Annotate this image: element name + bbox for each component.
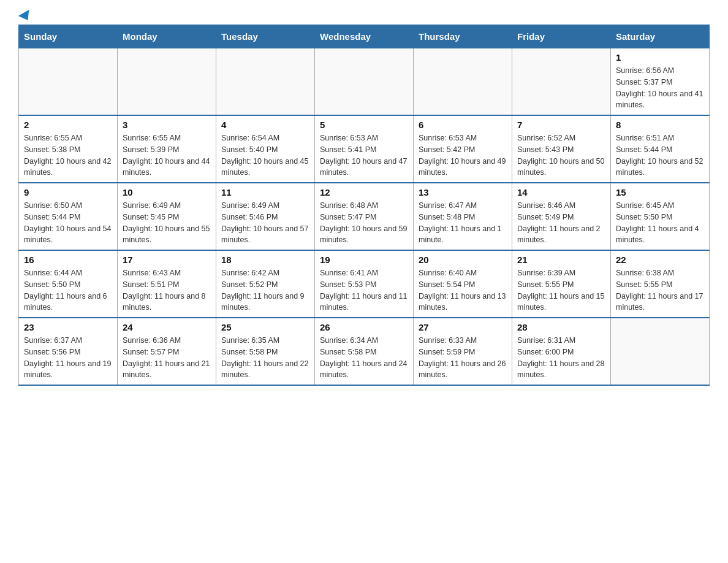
calendar-cell <box>315 48 414 116</box>
day-info: Sunrise: 6:31 AM Sunset: 6:00 PM Dayligh… <box>517 335 605 381</box>
calendar-cell <box>118 48 216 116</box>
day-number: 24 <box>123 322 211 332</box>
calendar-week-1: 2Sunrise: 6:55 AM Sunset: 5:38 PM Daylig… <box>19 115 710 183</box>
calendar-cell <box>611 318 710 385</box>
calendar-cell: 2Sunrise: 6:55 AM Sunset: 5:38 PM Daylig… <box>19 115 118 183</box>
calendar-week-0: 1Sunrise: 6:56 AM Sunset: 5:37 PM Daylig… <box>19 48 710 116</box>
header-wednesday: Wednesday <box>315 25 414 48</box>
calendar-cell: 20Sunrise: 6:40 AM Sunset: 5:54 PM Dayli… <box>414 250 512 318</box>
calendar-cell: 21Sunrise: 6:39 AM Sunset: 5:55 PM Dayli… <box>512 250 611 318</box>
calendar-cell: 8Sunrise: 6:51 AM Sunset: 5:44 PM Daylig… <box>611 115 710 183</box>
calendar-cell: 1Sunrise: 6:56 AM Sunset: 5:37 PM Daylig… <box>611 48 710 116</box>
day-number: 4 <box>221 120 309 130</box>
day-number: 6 <box>419 120 507 130</box>
calendar-cell <box>19 48 118 116</box>
day-number: 27 <box>419 322 507 332</box>
calendar-cell <box>414 48 512 116</box>
day-info: Sunrise: 6:36 AM Sunset: 5:57 PM Dayligh… <box>123 335 211 381</box>
day-number: 19 <box>320 255 408 265</box>
day-info: Sunrise: 6:53 AM Sunset: 5:42 PM Dayligh… <box>419 132 507 178</box>
day-info: Sunrise: 6:39 AM Sunset: 5:55 PM Dayligh… <box>517 267 605 313</box>
header-thursday: Thursday <box>414 25 512 48</box>
day-number: 8 <box>616 120 704 130</box>
day-info: Sunrise: 6:56 AM Sunset: 5:37 PM Dayligh… <box>616 65 704 111</box>
calendar-cell: 18Sunrise: 6:42 AM Sunset: 5:52 PM Dayli… <box>216 250 315 318</box>
calendar-cell: 22Sunrise: 6:38 AM Sunset: 5:55 PM Dayli… <box>611 250 710 318</box>
calendar-cell: 25Sunrise: 6:35 AM Sunset: 5:58 PM Dayli… <box>216 318 315 385</box>
calendar-cell: 26Sunrise: 6:34 AM Sunset: 5:58 PM Dayli… <box>315 318 414 385</box>
day-number: 17 <box>123 255 211 265</box>
day-number: 12 <box>320 187 408 197</box>
header-friday: Friday <box>512 25 611 48</box>
day-info: Sunrise: 6:49 AM Sunset: 5:46 PM Dayligh… <box>221 200 309 246</box>
calendar-cell: 13Sunrise: 6:47 AM Sunset: 5:48 PM Dayli… <box>414 183 512 250</box>
day-info: Sunrise: 6:42 AM Sunset: 5:52 PM Dayligh… <box>221 267 309 313</box>
calendar-week-4: 23Sunrise: 6:37 AM Sunset: 5:56 PM Dayli… <box>19 318 710 385</box>
day-info: Sunrise: 6:49 AM Sunset: 5:45 PM Dayligh… <box>123 200 211 246</box>
day-number: 18 <box>221 255 309 265</box>
calendar-week-2: 9Sunrise: 6:50 AM Sunset: 5:44 PM Daylig… <box>19 183 710 250</box>
day-info: Sunrise: 6:40 AM Sunset: 5:54 PM Dayligh… <box>419 267 507 313</box>
day-number: 15 <box>616 187 704 197</box>
day-info: Sunrise: 6:46 AM Sunset: 5:49 PM Dayligh… <box>517 200 605 246</box>
calendar-cell: 14Sunrise: 6:46 AM Sunset: 5:49 PM Dayli… <box>512 183 611 250</box>
logo <box>18 12 32 18</box>
calendar-cell: 23Sunrise: 6:37 AM Sunset: 5:56 PM Dayli… <box>19 318 118 385</box>
calendar-cell: 28Sunrise: 6:31 AM Sunset: 6:00 PM Dayli… <box>512 318 611 385</box>
calendar-cell: 27Sunrise: 6:33 AM Sunset: 5:59 PM Dayli… <box>414 318 512 385</box>
day-number: 25 <box>221 322 309 332</box>
calendar-table: SundayMondayTuesdayWednesdayThursdayFrid… <box>18 25 710 386</box>
day-info: Sunrise: 6:47 AM Sunset: 5:48 PM Dayligh… <box>419 200 507 246</box>
day-info: Sunrise: 6:53 AM Sunset: 5:41 PM Dayligh… <box>320 132 408 178</box>
day-number: 3 <box>123 120 211 130</box>
day-number: 5 <box>320 120 408 130</box>
calendar-cell: 11Sunrise: 6:49 AM Sunset: 5:46 PM Dayli… <box>216 183 315 250</box>
page-header <box>18 12 710 18</box>
calendar-cell <box>216 48 315 116</box>
calendar-cell: 6Sunrise: 6:53 AM Sunset: 5:42 PM Daylig… <box>414 115 512 183</box>
day-info: Sunrise: 6:55 AM Sunset: 5:39 PM Dayligh… <box>123 132 211 178</box>
day-number: 2 <box>24 120 112 130</box>
day-number: 13 <box>419 187 507 197</box>
day-number: 23 <box>24 322 112 332</box>
day-info: Sunrise: 6:55 AM Sunset: 5:38 PM Dayligh… <box>24 132 112 178</box>
day-number: 7 <box>517 120 605 130</box>
day-info: Sunrise: 6:50 AM Sunset: 5:44 PM Dayligh… <box>24 200 112 246</box>
header-tuesday: Tuesday <box>216 25 315 48</box>
day-number: 9 <box>24 187 112 197</box>
calendar-header: SundayMondayTuesdayWednesdayThursdayFrid… <box>19 25 710 48</box>
logo-arrow-icon <box>18 10 33 23</box>
calendar-cell: 4Sunrise: 6:54 AM Sunset: 5:40 PM Daylig… <box>216 115 315 183</box>
calendar-header-row: SundayMondayTuesdayWednesdayThursdayFrid… <box>19 25 710 48</box>
day-info: Sunrise: 6:43 AM Sunset: 5:51 PM Dayligh… <box>123 267 211 313</box>
day-number: 1 <box>616 52 704 63</box>
calendar-cell: 9Sunrise: 6:50 AM Sunset: 5:44 PM Daylig… <box>19 183 118 250</box>
day-number: 21 <box>517 255 605 265</box>
header-saturday: Saturday <box>611 25 710 48</box>
day-number: 14 <box>517 187 605 197</box>
day-number: 28 <box>517 322 605 332</box>
day-info: Sunrise: 6:54 AM Sunset: 5:40 PM Dayligh… <box>221 132 309 178</box>
day-number: 11 <box>221 187 309 197</box>
calendar-week-3: 16Sunrise: 6:44 AM Sunset: 5:50 PM Dayli… <box>19 250 710 318</box>
calendar-cell: 17Sunrise: 6:43 AM Sunset: 5:51 PM Dayli… <box>118 250 216 318</box>
day-info: Sunrise: 6:45 AM Sunset: 5:50 PM Dayligh… <box>616 200 704 246</box>
day-number: 22 <box>616 255 704 265</box>
day-info: Sunrise: 6:41 AM Sunset: 5:53 PM Dayligh… <box>320 267 408 313</box>
day-info: Sunrise: 6:38 AM Sunset: 5:55 PM Dayligh… <box>616 267 704 313</box>
calendar-cell: 7Sunrise: 6:52 AM Sunset: 5:43 PM Daylig… <box>512 115 611 183</box>
day-info: Sunrise: 6:37 AM Sunset: 5:56 PM Dayligh… <box>24 335 112 381</box>
calendar-cell: 16Sunrise: 6:44 AM Sunset: 5:50 PM Dayli… <box>19 250 118 318</box>
day-info: Sunrise: 6:33 AM Sunset: 5:59 PM Dayligh… <box>419 335 507 381</box>
calendar-cell: 15Sunrise: 6:45 AM Sunset: 5:50 PM Dayli… <box>611 183 710 250</box>
day-number: 10 <box>123 187 211 197</box>
day-info: Sunrise: 6:44 AM Sunset: 5:50 PM Dayligh… <box>24 267 112 313</box>
day-number: 26 <box>320 322 408 332</box>
calendar-cell: 10Sunrise: 6:49 AM Sunset: 5:45 PM Dayli… <box>118 183 216 250</box>
day-number: 16 <box>24 255 112 265</box>
day-info: Sunrise: 6:48 AM Sunset: 5:47 PM Dayligh… <box>320 200 408 246</box>
calendar-cell <box>512 48 611 116</box>
calendar-body: 1Sunrise: 6:56 AM Sunset: 5:37 PM Daylig… <box>19 48 710 386</box>
calendar-cell: 3Sunrise: 6:55 AM Sunset: 5:39 PM Daylig… <box>118 115 216 183</box>
calendar-cell: 19Sunrise: 6:41 AM Sunset: 5:53 PM Dayli… <box>315 250 414 318</box>
